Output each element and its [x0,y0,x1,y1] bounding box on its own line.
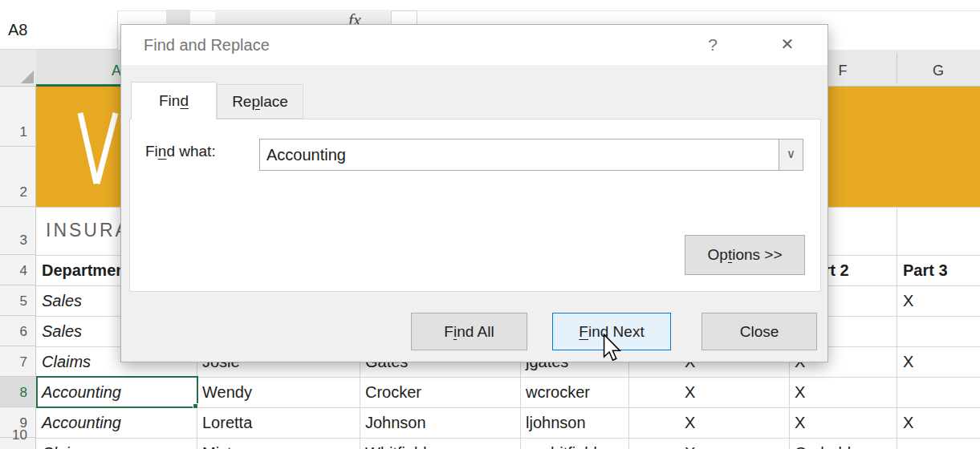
find-what-label: Find what: [145,143,216,160]
row-header-7[interactable]: 7 [0,346,36,377]
find-what-value[interactable]: Accounting [266,140,346,170]
close-icon[interactable]: ✕ [771,25,803,65]
row-header-3[interactable]: 3 [0,207,36,255]
find-next-button[interactable]: Find Next [552,313,671,350]
cell-G4[interactable]: Part 3 [903,255,948,285]
cell-B9[interactable]: Loretta [202,407,252,438]
find-what-combobox[interactable]: Accounting ∨ [259,139,803,171]
cell-C8[interactable]: Crocker [365,377,421,407]
select-all-corner-icon[interactable] [21,71,34,83]
close-button[interactable]: Close [701,313,817,350]
cell-E9[interactable]: X [685,407,695,438]
cell-E10[interactable]: X [685,438,695,449]
find-all-button[interactable]: Find All [411,313,527,350]
column-header-G[interactable]: G [897,50,980,87]
cell-B10[interactable]: Misty [202,438,240,449]
cell-C10[interactable]: Whitfield [365,438,427,449]
row-header-4[interactable]: 4 [0,255,36,285]
cell-A8-selected[interactable]: Accounting [42,377,121,407]
cell-G7[interactable]: X [903,346,913,377]
cell-D8[interactable]: wcrocker [526,377,590,407]
tab-replace[interactable]: Replace [217,84,303,119]
cell-D10[interactable]: mwhitfield [526,438,597,449]
cell-C9[interactable]: Johnson [365,407,426,438]
fill-handle[interactable] [193,403,198,409]
row-header-2[interactable]: 2 [0,147,36,207]
cell-A6[interactable]: Sales [42,316,82,346]
gridline [897,207,897,449]
dialog-title-bar[interactable]: Find and Replace ? ✕ [121,25,828,65]
cell-F8[interactable]: X [795,377,805,407]
row-header-8[interactable]: 8 [0,377,36,407]
cell-A4[interactable]: Department [42,255,131,285]
ribbon-bottom-divider [0,10,980,11]
row-header-1[interactable]: 1 [0,87,36,147]
formula-bar-buttons-top [166,10,190,24]
options-button[interactable]: Options >> [685,235,805,275]
help-icon[interactable]: ? [701,25,725,65]
row-header-10[interactable]: 10 [0,438,36,449]
cell-A9[interactable]: Accounting [42,407,121,438]
row-header-5[interactable]: 5 [0,285,36,316]
cell-F9[interactable]: X [795,407,805,438]
gridline [36,407,980,408]
cell-A7[interactable]: Claims [42,346,91,377]
cell-A5[interactable]: Sales [42,285,82,316]
cell-B8[interactable]: Wendy [202,377,252,407]
chevron-down-icon[interactable]: ∨ [779,140,803,170]
gridline [36,377,980,378]
name-box[interactable]: A8 [0,10,118,50]
cell-E8[interactable]: X [685,377,695,407]
cell-D9[interactable]: ljohnson [526,407,586,438]
find-and-replace-dialog: Find and Replace ? ✕ Find Replace Find w… [120,24,828,362]
cell-A10[interactable]: Claims [42,438,91,449]
logo-v-mark [72,111,122,186]
cell-G5[interactable]: X [903,285,913,316]
dialog-title: Find and Replace [144,25,270,65]
column-header-divider [897,53,897,83]
cell-F10[interactable]: On hold [795,438,851,449]
tab-find[interactable]: Find [131,82,217,119]
row-header-6[interactable]: 6 [0,316,36,346]
cell-G9[interactable]: X [903,407,913,438]
